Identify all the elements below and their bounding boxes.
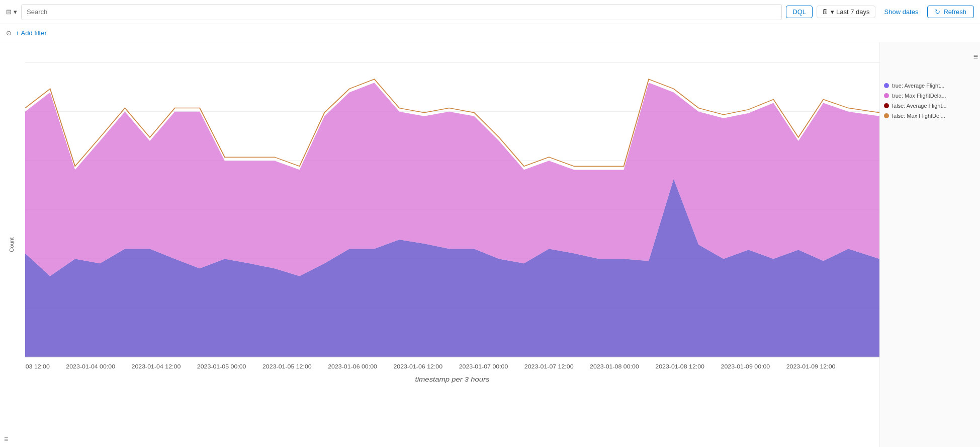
bottom-controls-icon[interactable]: ≡ — [4, 435, 8, 443]
legend-label-3: false: Max FlightDel... — [892, 113, 945, 119]
chevron-down-icon: ▾ — [831, 8, 834, 16]
search-input[interactable] — [21, 4, 782, 20]
chevron-icon[interactable]: ▾ — [14, 8, 17, 16]
logo-icon: ⊟ — [6, 8, 12, 16]
chart-svg: 600 500 400 300 200 100 0 2023-01-03 12:… — [25, 52, 879, 417]
dql-button[interactable]: DQL — [786, 6, 813, 18]
svg-text:2023-01-09 12:00: 2023-01-09 12:00 — [786, 364, 836, 370]
refresh-icon: ↻ — [935, 8, 940, 16]
svg-text:2023-01-08 12:00: 2023-01-08 12:00 — [655, 364, 704, 370]
refresh-label: Refresh — [943, 8, 966, 16]
legend-dot-0 — [884, 83, 889, 88]
svg-text:2023-01-04 12:00: 2023-01-04 12:00 — [132, 364, 181, 370]
y-axis-label: Count — [9, 237, 15, 252]
date-range-label: Last 7 days — [836, 8, 870, 16]
logo-area: ⊟ ▾ — [6, 8, 17, 16]
chart-svg-wrapper: 600 500 400 300 200 100 0 2023-01-03 12:… — [25, 52, 879, 417]
legend-item-1: true: Max FlightDela... — [884, 93, 974, 99]
calendar-icon: 🗓 — [822, 8, 829, 16]
svg-text:2023-01-07 12:00: 2023-01-07 12:00 — [524, 364, 574, 370]
refresh-button[interactable]: ↻ Refresh — [927, 6, 974, 18]
svg-text:2023-01-05 12:00: 2023-01-05 12:00 — [262, 364, 312, 370]
legend-item-2: false: Average Flight... — [884, 103, 974, 109]
legend-dot-3 — [884, 113, 889, 118]
svg-text:2023-01-08 00:00: 2023-01-08 00:00 — [590, 364, 639, 370]
date-range-picker[interactable]: 🗓 ▾ Last 7 days — [817, 6, 875, 18]
top-bar: ⊟ ▾ DQL 🗓 ▾ Last 7 days Show dates ↻ Ref… — [0, 0, 980, 24]
svg-text:2023-01-06 12:00: 2023-01-06 12:00 — [393, 364, 442, 370]
svg-text:2023-01-05 00:00: 2023-01-05 00:00 — [197, 364, 246, 370]
legend-item-0: true: Average Flight... — [884, 83, 974, 89]
filter-bar: ⊙ + Add filter — [0, 24, 980, 42]
legend-label-1: true: Max FlightDela... — [892, 93, 946, 99]
legend-toggle-button[interactable]: ≡ — [973, 52, 978, 61]
svg-text:2023-01-06 00:00: 2023-01-06 00:00 — [328, 364, 377, 370]
legend-label-2: false: Average Flight... — [892, 103, 947, 109]
legend-dot-1 — [884, 93, 889, 98]
legend-label-0: true: Average Flight... — [892, 83, 944, 89]
svg-text:2023-01-03 12:00: 2023-01-03 12:00 — [25, 364, 50, 370]
show-dates-button[interactable]: Show dates — [879, 6, 924, 18]
legend-panel: ≡ true: Average Flight... true: Max Flig… — [879, 42, 980, 447]
chart-container: Count 600 500 400 300 200 100 0 — [0, 42, 980, 447]
svg-text:2023-01-04 00:00: 2023-01-04 00:00 — [66, 364, 115, 370]
svg-text:timestamp per 3 hours: timestamp per 3 hours — [415, 376, 490, 383]
chart-area: Count 600 500 400 300 200 100 0 — [0, 42, 879, 447]
svg-text:2023-01-09 00:00: 2023-01-09 00:00 — [721, 364, 770, 370]
add-filter-button[interactable]: + Add filter — [16, 29, 47, 37]
legend-item-3: false: Max FlightDel... — [884, 113, 974, 119]
legend-dot-2 — [884, 103, 889, 108]
filter-icon: ⊙ — [6, 29, 12, 37]
svg-text:2023-01-07 00:00: 2023-01-07 00:00 — [459, 364, 508, 370]
